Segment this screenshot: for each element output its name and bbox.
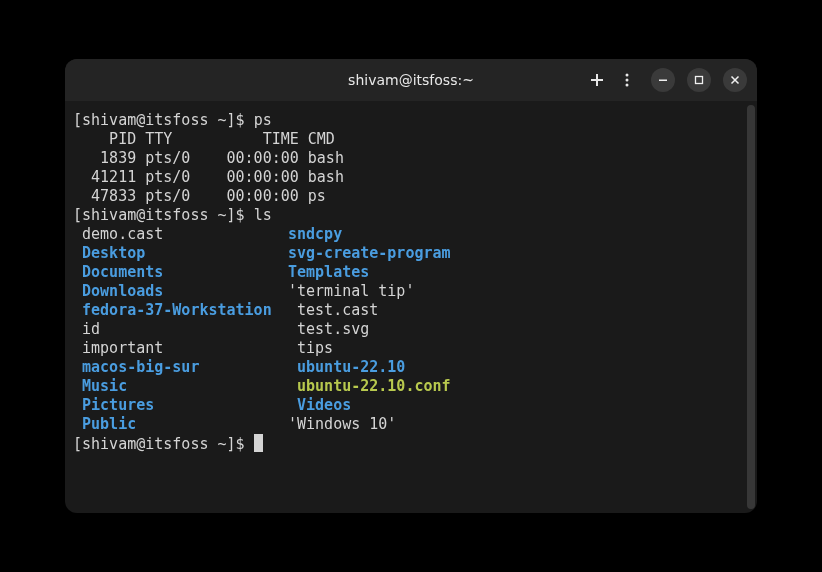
prompt-userhost: shivam@itsfoss ~	[82, 206, 227, 224]
ls-entry: important	[73, 339, 288, 358]
prompt-close: ]$	[227, 111, 254, 129]
prompt-userhost: shivam@itsfoss ~	[82, 111, 227, 129]
minimize-button[interactable]	[651, 68, 675, 92]
ls-entry: Templates	[288, 263, 749, 282]
prompt-line: [shivam@itsfoss ~]$	[73, 434, 749, 454]
ls-row: macos-big-sur ubuntu-22.10	[73, 358, 749, 377]
ls-output: demo.castsndcpy Desktopsvg-create-progra…	[73, 225, 749, 434]
prompt-line: [shivam@itsfoss ~]$ ps	[73, 111, 749, 130]
svg-rect-6	[696, 77, 703, 84]
scrollbar[interactable]	[747, 105, 755, 509]
ls-entry: fedora-37-Workstation	[73, 301, 288, 320]
ls-entry: Music	[73, 377, 288, 396]
ls-entry: ubuntu-22.10.conf	[288, 377, 749, 396]
ls-entry: Downloads	[73, 282, 288, 301]
ps-row: 1839 pts/0 00:00:00 bash	[73, 149, 749, 168]
ps-row: 41211 pts/0 00:00:00 bash	[73, 168, 749, 187]
ls-entry: tips	[288, 339, 749, 358]
ls-row: Desktopsvg-create-program	[73, 244, 749, 263]
ls-entry: sndcpy	[288, 225, 749, 244]
svg-point-3	[626, 79, 629, 82]
ls-entry: Public	[73, 415, 288, 434]
ls-entry: test.svg	[288, 320, 749, 339]
ls-entry: macos-big-sur	[73, 358, 288, 377]
ls-row: Downloads'terminal tip'	[73, 282, 749, 301]
svg-rect-1	[591, 79, 603, 81]
ls-entry: Pictures	[73, 396, 288, 415]
ls-row: important tips	[73, 339, 749, 358]
ls-row: Music ubuntu-22.10.conf	[73, 377, 749, 396]
ls-row: id test.svg	[73, 320, 749, 339]
ls-row: DocumentsTemplates	[73, 263, 749, 282]
ls-entry: id	[73, 320, 288, 339]
prompt-open: [	[73, 435, 82, 453]
ls-row: Pictures Videos	[73, 396, 749, 415]
ps-header: PID TTY TIME CMD	[73, 130, 749, 149]
ls-row: Public'Windows 10'	[73, 415, 749, 434]
prompt-line: [shivam@itsfoss ~]$ ls	[73, 206, 749, 225]
window-buttons	[651, 68, 747, 92]
prompt-userhost: shivam@itsfoss ~	[82, 435, 227, 453]
command-text: ps	[254, 111, 272, 129]
ls-row: demo.castsndcpy	[73, 225, 749, 244]
terminal-window: shivam@itsfoss:~ [shivam@itsfoss	[65, 59, 757, 513]
ps-row: 47833 pts/0 00:00:00 ps	[73, 187, 749, 206]
command-text: ls	[254, 206, 272, 224]
svg-point-4	[626, 84, 629, 87]
svg-rect-5	[659, 80, 667, 82]
window-title: shivam@itsfoss:~	[348, 72, 474, 88]
prompt-close: ]$	[227, 206, 254, 224]
prompt-open: [	[73, 111, 82, 129]
maximize-button[interactable]	[687, 68, 711, 92]
ls-entry: svg-create-program	[288, 244, 749, 263]
new-tab-icon[interactable]	[589, 72, 605, 88]
svg-point-2	[626, 74, 629, 77]
ls-entry: Videos	[288, 396, 749, 415]
prompt-open: [	[73, 206, 82, 224]
prompt-close: ]$	[227, 435, 254, 453]
ls-row: fedora-37-Workstation test.cast	[73, 301, 749, 320]
ls-entry: Documents	[73, 263, 288, 282]
ls-entry: 'terminal tip'	[288, 282, 749, 301]
menu-icon[interactable]	[619, 72, 635, 88]
ls-entry: test.cast	[288, 301, 749, 320]
titlebar-controls	[589, 68, 747, 92]
ls-entry: demo.cast	[73, 225, 288, 244]
titlebar: shivam@itsfoss:~	[65, 59, 757, 101]
cursor	[254, 434, 263, 452]
close-button[interactable]	[723, 68, 747, 92]
terminal-body[interactable]: [shivam@itsfoss ~]$ ps PID TTY TIME CMD …	[65, 101, 757, 513]
ls-entry: ubuntu-22.10	[288, 358, 749, 377]
ls-entry: 'Windows 10'	[288, 415, 749, 434]
ls-entry: Desktop	[73, 244, 288, 263]
